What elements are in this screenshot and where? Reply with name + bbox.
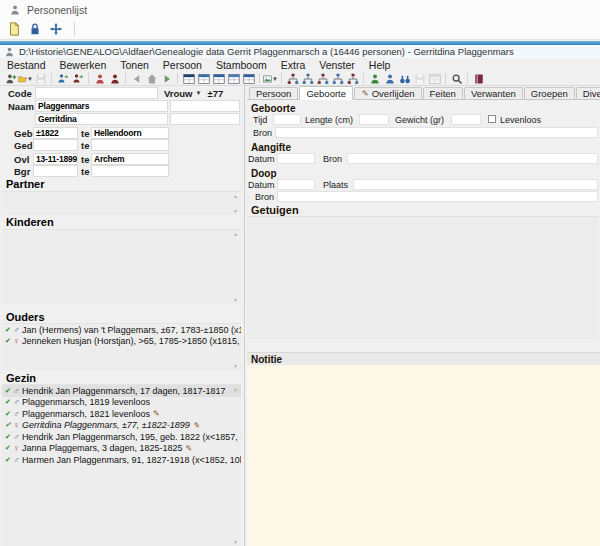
menu-item[interactable]: Bestand <box>0 59 53 71</box>
person-info-green-icon[interactable] <box>367 72 382 85</box>
scroll-down-icon[interactable]: ▼ <box>233 363 238 369</box>
geboorte-bron-input[interactable] <box>275 127 598 138</box>
menu-item[interactable]: Persoon <box>156 59 209 71</box>
scroll-up-icon[interactable]: ▲ <box>233 386 238 392</box>
chart-genealogy-icon[interactable] <box>345 72 360 85</box>
open-folder-icon[interactable]: ▼ <box>18 72 33 85</box>
scrollbar[interactable]: ▲▼ <box>231 193 240 214</box>
chevron-down-icon[interactable]: ▼ <box>272 76 278 82</box>
person-info-blue-icon[interactable] <box>382 72 397 85</box>
kinderen-list[interactable]: ▲▼ <box>2 229 241 304</box>
levenloos-checkbox[interactable] <box>488 115 496 123</box>
view-table-icon[interactable] <box>196 72 211 85</box>
list-item-text: Plaggenmarsch, 1819 levenloos <box>22 397 150 407</box>
list-item[interactable]: ✔ ♂ Jan (Hermens) van 't Plaggemars, ±67… <box>2 324 241 336</box>
birth-date-input[interactable]: ±1822 <box>33 127 78 139</box>
lock-icon[interactable] <box>26 21 44 38</box>
baptism-place-input[interactable] <box>91 139 169 151</box>
aangifte-bron-input[interactable] <box>347 153 598 164</box>
scroll-up-icon[interactable]: ▲ <box>233 231 238 237</box>
chart-hourglass-icon[interactable] <box>315 72 330 85</box>
firstname-input[interactable]: Gerritdina <box>35 113 168 125</box>
list-item[interactable]: ✔ ♂ Plaggenmarsch, 1821 levenloos ✎ <box>2 408 241 420</box>
tab[interactable]: Groepen <box>524 87 575 99</box>
tab[interactable]: Diversen <box>576 87 600 99</box>
gender-select[interactable]: Vrouw <box>164 88 193 99</box>
list-item[interactable]: ✔ ♀ Gerritdina Plaggenmars, ±77, ±1822-1… <box>2 420 241 432</box>
tijd-input[interactable] <box>273 114 301 125</box>
notitie-textarea[interactable] <box>247 365 600 546</box>
import-person-icon[interactable] <box>55 72 70 85</box>
menu-item[interactable]: Extra <box>274 59 313 71</box>
list-item[interactable]: ✔ ♀ Janna Plaggemars, 3 dagen, 1825-1825… <box>2 443 241 455</box>
burial-place-input[interactable] <box>91 165 169 177</box>
tab[interactable]: Geboorte <box>299 86 353 100</box>
scroll-down-icon[interactable]: ▼ <box>233 539 238 545</box>
scroll-up-icon[interactable]: ▲ <box>233 193 238 199</box>
move-window-icon[interactable] <box>47 21 65 38</box>
view-split-icon[interactable] <box>226 72 241 85</box>
tab[interactable]: Verwanten <box>464 87 523 99</box>
scroll-up-icon[interactable]: ▲ <box>233 325 238 331</box>
previous-person-icon[interactable] <box>92 72 107 85</box>
view-cards-icon[interactable] <box>211 72 226 85</box>
scroll-down-icon[interactable]: ▼ <box>233 208 238 214</box>
menu-item[interactable]: Help <box>362 59 398 71</box>
firstname-extra-input[interactable] <box>170 113 240 125</box>
doop-bron-input[interactable] <box>277 191 598 202</box>
chart-relations-icon[interactable] <box>330 72 345 85</box>
list-item[interactable]: ✔ ♂ Plaggenmarsch, 1819 levenloos <box>2 397 241 409</box>
menu-item[interactable]: Venster <box>312 59 362 71</box>
list-item[interactable]: ✔ ♂ Hendrik Jan Plaggenmarsch, 17 dagen,… <box>2 385 241 397</box>
menu-item[interactable]: Stamboom <box>209 59 274 71</box>
scrollbar[interactable]: ▲▼ <box>231 231 240 303</box>
list-item[interactable]: ✔ ♂ Hendrik Jan Plaggenmarsch, 195, geb.… <box>2 431 241 443</box>
image-icon[interactable]: ▼ <box>263 72 278 85</box>
aangifte-datum-input[interactable] <box>277 153 315 164</box>
address-book-icon[interactable] <box>471 72 486 85</box>
getuigen-list[interactable] <box>247 216 599 339</box>
chart-ancestors-icon[interactable] <box>285 72 300 85</box>
tab[interactable]: Persoon <box>249 87 298 99</box>
doop-datum-input[interactable] <box>277 179 315 190</box>
menu-item[interactable]: Bewerken <box>53 59 114 71</box>
list-item[interactable]: ✔ ♀ Jenneken Husjan (Horstjan), >65, 178… <box>2 336 241 348</box>
death-date-input[interactable]: 13-11-1899 <box>33 153 78 165</box>
code-input[interactable] <box>35 87 158 99</box>
scrollbar[interactable]: ▲▼ <box>231 325 240 369</box>
next-person-icon[interactable] <box>107 72 122 85</box>
back-icon[interactable] <box>129 72 144 85</box>
lengte-input[interactable] <box>359 114 389 125</box>
partner-list[interactable]: ▲▼ <box>2 191 241 215</box>
bgr-label: Bgr <box>14 166 33 177</box>
list-item[interactable]: ✔ ♂ Harmen Jan Plaggenmars, 91, 1827-191… <box>2 454 241 466</box>
scrollbar[interactable]: ▲▼ <box>231 386 240 545</box>
menu-item[interactable]: Tonen <box>113 59 156 71</box>
export-person-icon[interactable] <box>70 72 85 85</box>
chevron-down-icon[interactable]: ▼ <box>196 90 202 96</box>
baptism-date-input[interactable] <box>33 139 78 151</box>
check-icon: ✔ <box>5 433 11 441</box>
view-personlist-icon[interactable] <box>181 72 196 85</box>
forward-icon[interactable] <box>159 72 174 85</box>
ouders-list[interactable]: ▲▼ ✔ ♂ Jan (Hermens) van 't Plaggemars, … <box>2 323 241 370</box>
surname-extra-input[interactable] <box>170 100 240 112</box>
binoculars-icon[interactable] <box>397 72 412 85</box>
view-compact-icon[interactable] <box>241 72 256 85</box>
chart-descendants-icon[interactable] <box>300 72 315 85</box>
new-person-icon[interactable] <box>3 72 18 85</box>
surname-input[interactable]: Plaggenmars <box>35 100 168 112</box>
gewicht-input[interactable] <box>451 114 481 125</box>
doop-plaats-input[interactable] <box>353 179 598 190</box>
death-place-input[interactable]: Archem <box>91 153 169 165</box>
search-icon[interactable] <box>449 72 464 85</box>
tab[interactable]: Feiten <box>423 87 463 99</box>
home-icon[interactable] <box>144 72 159 85</box>
tab[interactable]: ✎ Overlijden <box>354 87 421 99</box>
burial-date-input[interactable] <box>33 165 78 177</box>
birth-place-input[interactable]: Hellendoorn <box>91 127 169 139</box>
gezin-list[interactable]: ▲▼ ✔ ♂ Hendrik Jan Plaggenmarsch, 17 dag… <box>2 384 241 546</box>
scroll-down-icon[interactable]: ▼ <box>233 297 238 303</box>
new-document-icon[interactable] <box>5 21 23 38</box>
panel-splitter[interactable] <box>244 86 245 546</box>
